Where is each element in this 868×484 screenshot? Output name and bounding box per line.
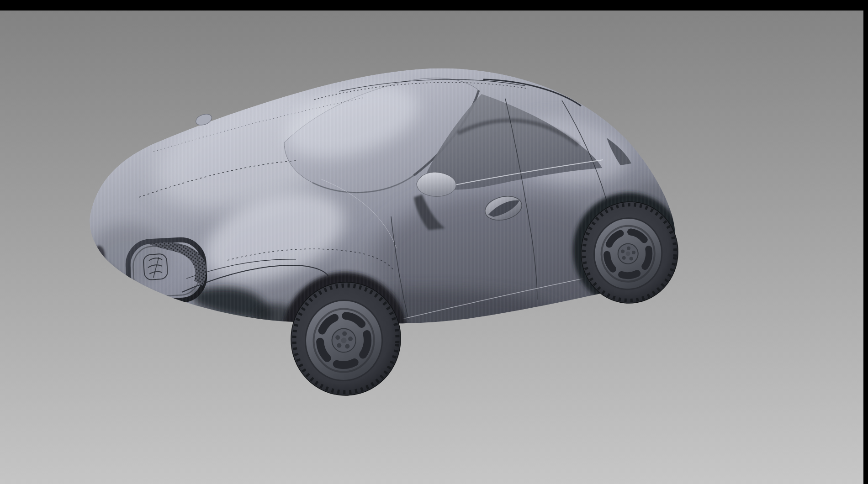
- application-window: 3D CAD viewport rendering of a silver-gr…: [0, 0, 868, 484]
- top-letterbox-bar: [0, 0, 868, 11]
- 3d-viewport[interactable]: [0, 0, 868, 484]
- car-model[interactable]: [69, 55, 708, 402]
- right-letterbox-bar: [863, 0, 868, 484]
- viewport-canvas[interactable]: [0, 0, 868, 484]
